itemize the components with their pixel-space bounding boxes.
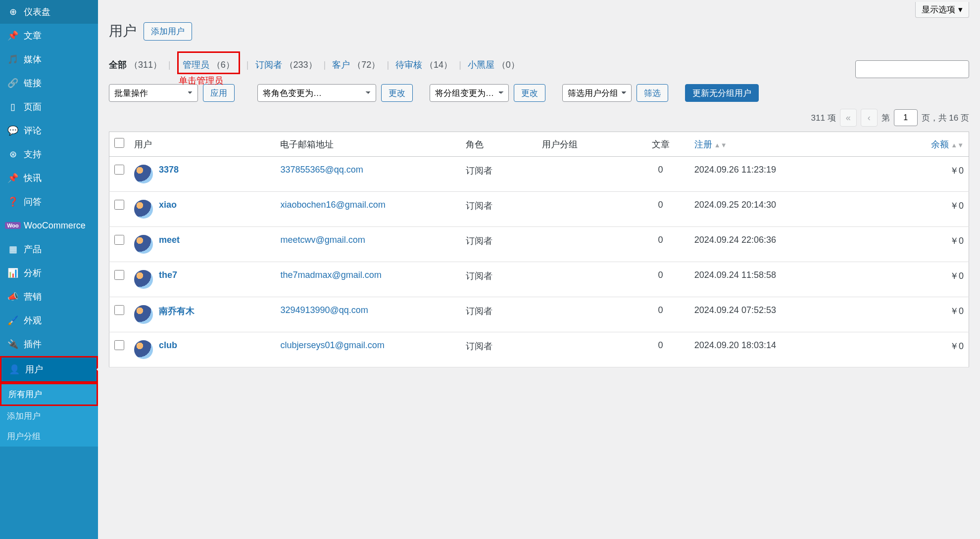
filter-all-label[interactable]: 全部: [109, 60, 127, 70]
filter-customer-count: （72）: [352, 60, 380, 70]
group-cell: [537, 262, 632, 297]
main-content: 显示选项 ▾ 用户 添加用户 全部 （311） | 管理员 （6） 单击管理员 …: [98, 0, 980, 367]
balance-cell: ￥0: [880, 332, 969, 367]
sidebar-item-pages[interactable]: ▯页面: [0, 95, 98, 119]
update-nogroup-button[interactable]: 更新无分组用户: [685, 84, 759, 102]
sidebar-item-comments[interactable]: 💬评论: [0, 119, 98, 142]
col-email[interactable]: 电子邮箱地址: [275, 132, 461, 157]
change-role-select[interactable]: 将角色变更为…: [257, 84, 376, 102]
row-checkbox[interactable]: [114, 270, 124, 280]
support-icon: ⊛: [7, 148, 19, 160]
email-link[interactable]: 3294913990@qq.com: [280, 305, 368, 315]
role-cell: 订阅者: [461, 227, 537, 262]
role-cell: 订阅者: [461, 297, 537, 332]
balance-cell: ￥0: [880, 227, 969, 262]
sidebar-item-products[interactable]: ▦产品: [0, 237, 98, 261]
sidebar-item-appearance[interactable]: 🖌️外观: [0, 309, 98, 332]
change-group-button[interactable]: 更改: [514, 84, 545, 102]
pagination-first-button[interactable]: «: [840, 109, 857, 127]
email-link[interactable]: meetcwv@gmail.com: [280, 235, 365, 245]
email-link[interactable]: 337855365@qq.com: [280, 165, 363, 175]
role-cell: 订阅者: [461, 262, 537, 297]
col-posts[interactable]: 文章: [632, 132, 689, 157]
group-cell: [537, 297, 632, 332]
username-link[interactable]: the7: [159, 270, 177, 280]
pin-icon: 📌: [7, 172, 19, 184]
filter-group-select[interactable]: 筛选用户分组: [562, 84, 632, 102]
posts-cell: 0: [632, 157, 689, 192]
media-icon: 🎵: [7, 53, 19, 65]
add-user-button[interactable]: 添加用户: [144, 22, 192, 41]
sidebar-item-links[interactable]: 🔗链接: [0, 71, 98, 95]
registered-cell: 2024.09.24 07:52:53: [689, 297, 880, 332]
col-balance[interactable]: 余额▲▼: [880, 132, 969, 157]
sidebar-item-posts[interactable]: 📌文章: [0, 24, 98, 47]
balance-cell: ￥0: [880, 297, 969, 332]
table-row: 3378 337855365@qq.com 订阅者 0 2024.09.26 1…: [109, 157, 969, 192]
select-all-checkbox[interactable]: [114, 138, 124, 148]
sidebar-item-woocommerce[interactable]: WooWooCommerce: [0, 214, 98, 237]
page-icon: ▯: [7, 101, 19, 113]
filter-customer-link[interactable]: 客户: [332, 60, 350, 70]
sidebar-item-support[interactable]: ⊛支持: [0, 142, 98, 166]
dashboard-icon: ⊕: [7, 6, 19, 18]
change-group-select[interactable]: 将分组变更为…: [430, 84, 509, 102]
username-link[interactable]: 3378: [159, 165, 179, 175]
filter-pending-link[interactable]: 待审核: [395, 60, 422, 70]
posts-cell: 0: [632, 227, 689, 262]
filter-subscriber-link[interactable]: 订阅者: [255, 60, 282, 70]
email-link[interactable]: the7madmax@gmail.com: [280, 270, 381, 280]
filter-blackroom-link[interactable]: 小黑屋: [468, 60, 494, 70]
username-link[interactable]: 南乔有木: [159, 305, 195, 317]
username-link[interactable]: meet: [159, 235, 180, 245]
posts-cell: 0: [632, 192, 689, 227]
sidebar-item-plugins[interactable]: 🔌插件: [0, 332, 98, 356]
sidebar-item-dashboard[interactable]: ⊕仪表盘: [0, 0, 98, 24]
username-link[interactable]: club: [159, 340, 177, 351]
filter-admin-link[interactable]: 管理员: [183, 60, 209, 70]
sidebar-item-media[interactable]: 🎵媒体: [0, 47, 98, 71]
sidebar-item-marketing[interactable]: 📣营销: [0, 285, 98, 309]
sidebar-item-analytics[interactable]: 📊分析: [0, 261, 98, 285]
apply-bulk-button[interactable]: 应用: [203, 84, 235, 102]
col-role[interactable]: 角色: [461, 132, 537, 157]
brush-icon: 🖌️: [7, 314, 19, 326]
user-icon: 👤: [8, 363, 20, 367]
annotation-text: 单击管理员: [179, 75, 223, 87]
row-checkbox[interactable]: [114, 340, 124, 350]
sidebar-item-users[interactable]: 👤用户: [0, 356, 98, 367]
col-user[interactable]: 用户: [129, 132, 275, 157]
email-link[interactable]: xiaobochen16@gmail.com: [280, 200, 385, 210]
product-icon: ▦: [7, 243, 19, 255]
pagination-page-input[interactable]: [894, 109, 918, 126]
row-checkbox[interactable]: [114, 235, 124, 245]
megaphone-icon: 📣: [7, 291, 19, 303]
avatar: [134, 305, 153, 324]
username-link[interactable]: xiao: [159, 200, 177, 210]
role-filter-links: 全部 （311） | 管理员 （6） 单击管理员 | 订阅者 （233） | 客…: [109, 47, 969, 84]
registered-cell: 2024.09.26 11:23:19: [689, 157, 880, 192]
col-group[interactable]: 用户分组: [537, 132, 632, 157]
col-registered[interactable]: 注册▲▼: [689, 132, 880, 157]
pagination-prev-button[interactable]: ‹: [861, 109, 878, 127]
row-checkbox[interactable]: [114, 165, 124, 175]
search-users-input[interactable]: [855, 60, 969, 78]
admin-sidebar: ⊕仪表盘 📌文章 🎵媒体 🔗链接 ▯页面 💬评论 ⊛支持 📌快讯 ❓问答 Woo…: [0, 0, 98, 367]
role-cell: 订阅者: [461, 157, 537, 192]
role-cell: 订阅者: [461, 332, 537, 367]
filter-group-button[interactable]: 筛选: [637, 84, 668, 102]
sort-icon: ▲▼: [951, 141, 964, 149]
sidebar-item-news[interactable]: 📌快讯: [0, 166, 98, 190]
sidebar-item-qa[interactable]: ❓问答: [0, 190, 98, 214]
page-title: 用户: [109, 22, 137, 41]
row-checkbox[interactable]: [114, 305, 124, 315]
email-link[interactable]: clubjerseys01@gmail.com: [280, 340, 384, 350]
registered-cell: 2024.09.20 18:03:14: [689, 332, 880, 367]
screen-options-button[interactable]: 显示选项 ▾: [915, 2, 969, 18]
change-role-button[interactable]: 更改: [381, 84, 413, 102]
pagination-total-items: 311 项: [811, 112, 836, 124]
users-table: 用户 电子邮箱地址 角色 用户分组 文章 注册▲▼ 余额▲▼ 3378 3378…: [109, 132, 969, 367]
row-checkbox[interactable]: [114, 200, 124, 210]
bulk-action-select[interactable]: 批量操作: [109, 84, 198, 102]
group-cell: [537, 192, 632, 227]
